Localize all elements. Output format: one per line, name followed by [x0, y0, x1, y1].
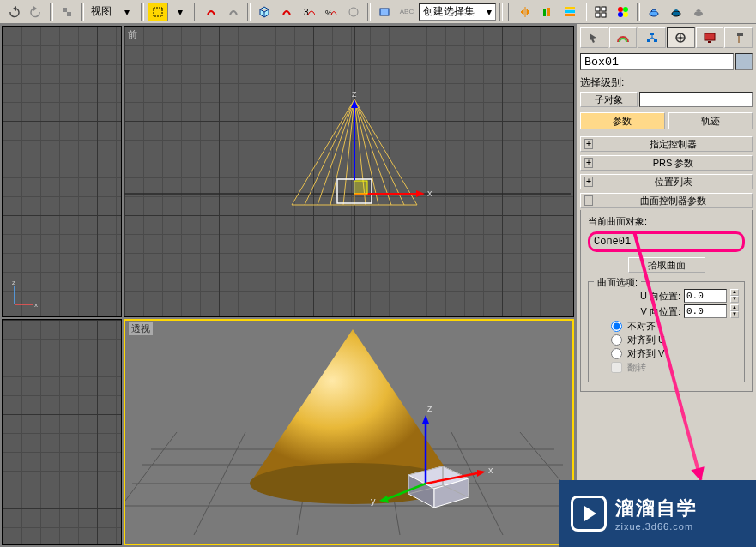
spinner-snap-button[interactable]: [343, 3, 364, 21]
watermark: 溜溜自学 zixue.3d66.com: [559, 480, 756, 547]
svg-rect-12: [596, 7, 600, 11]
rollout-surface-controller[interactable]: - 曲面控制器参数: [580, 193, 753, 208]
angle-snap-button[interactable]: 3: [299, 3, 319, 21]
svg-rect-10: [565, 10, 575, 13]
flip-label: 翻转: [627, 361, 646, 374]
svg-rect-9: [565, 7, 575, 9]
play-icon: [571, 496, 607, 532]
command-panel-tabs: [580, 27, 753, 48]
mirror-button[interactable]: [515, 3, 535, 21]
snap2-button[interactable]: [223, 3, 244, 21]
svg-rect-69: [650, 33, 654, 35]
rollout-assign-controller[interactable]: + 指定控制器: [580, 136, 753, 152]
view-dropdown-button[interactable]: ▾: [117, 3, 137, 21]
svg-point-18: [618, 12, 623, 17]
object-color-swatch[interactable]: [735, 53, 753, 70]
axis-indicator-icon: z x: [9, 280, 39, 310]
svg-text:%: %: [325, 9, 332, 17]
svg-rect-8: [547, 8, 550, 16]
monitor-icon: [704, 32, 716, 44]
selection-level-label: 选择级别:: [580, 75, 753, 90]
svg-rect-71: [654, 39, 657, 42]
material-editor-button[interactable]: [613, 3, 633, 21]
dropdown-arrow[interactable]: ▾: [170, 3, 191, 21]
parameters-mode-button[interactable]: 参数: [580, 112, 665, 129]
sub-object-button[interactable]: 子对象: [580, 92, 638, 107]
viewport-front[interactable]: 前: [124, 26, 574, 317]
tab-motion[interactable]: [667, 27, 695, 48]
svg-text:z: z: [427, 403, 432, 413]
svg-rect-70: [647, 39, 650, 42]
svg-text:x: x: [427, 188, 432, 198]
viewport-top-left[interactable]: z x: [2, 26, 122, 317]
redo-button[interactable]: [26, 3, 46, 21]
watermark-title: 溜溜自学: [615, 496, 698, 521]
teapot-button[interactable]: [688, 3, 709, 21]
percent-snap-button[interactable]: %: [321, 3, 342, 21]
rollout-prs-params[interactable]: + PRS 参数: [580, 155, 753, 171]
selection-set-dropdown[interactable]: 创建选择集▾: [419, 3, 496, 21]
main-toolbar: 视图 ▾ ▾ 3 % ABC 创建选择集▾: [0, 0, 756, 24]
spinner-up-icon[interactable]: ▲: [730, 289, 739, 296]
trajectories-mode-button[interactable]: 轨迹: [668, 112, 753, 129]
tab-create[interactable]: [580, 27, 608, 48]
align-button[interactable]: [537, 3, 558, 21]
undo-button[interactable]: [3, 3, 24, 21]
v-position-input[interactable]: [684, 304, 727, 318]
minus-icon: -: [584, 195, 593, 206]
select-link-button[interactable]: [57, 3, 77, 21]
tab-hierarchy[interactable]: [638, 27, 666, 48]
spinner-down-icon[interactable]: ▼: [730, 311, 739, 318]
align-u-radio[interactable]: [611, 334, 622, 346]
hierarchy-icon: [646, 32, 658, 44]
spinner-up-icon[interactable]: ▲: [730, 304, 739, 311]
svg-point-16: [618, 7, 623, 12]
cone-wireframe-icon: x z: [124, 27, 573, 316]
tab-display[interactable]: [696, 27, 724, 48]
named-sets-button[interactable]: [374, 3, 395, 21]
svg-point-17: [623, 7, 628, 12]
spinner-down-icon[interactable]: ▼: [730, 296, 739, 303]
tab-modify[interactable]: [609, 27, 638, 48]
schematic-button[interactable]: [590, 3, 611, 21]
svg-line-30: [305, 99, 354, 205]
svg-line-74: [652, 38, 656, 39]
perspective-scene-icon: z x y: [125, 321, 572, 544]
svg-line-73: [649, 38, 652, 39]
svg-rect-79: [705, 33, 715, 40]
viewport-perspective[interactable]: 透视: [124, 319, 574, 545]
abc-button[interactable]: ABC: [396, 3, 417, 21]
command-panel: 选择级别: 子对象 参数 轨迹 + 指定控制器 + PRS 参数 + 位置列表 …: [576, 24, 756, 547]
align-none-radio[interactable]: [611, 321, 622, 332]
u-position-input[interactable]: [684, 289, 727, 303]
plus-icon: +: [584, 139, 593, 149]
tab-utilities[interactable]: [724, 27, 753, 48]
svg-marker-43: [416, 190, 425, 197]
snap-button[interactable]: [201, 3, 221, 21]
wheel-icon: [674, 32, 686, 44]
svg-rect-0: [63, 8, 67, 12]
viewport-bottom-left[interactable]: [2, 319, 122, 545]
svg-text:y: y: [371, 496, 376, 506]
current-surface-label: 当前曲面对象:: [588, 215, 745, 228]
svg-line-32: [330, 99, 354, 205]
svg-rect-11: [565, 14, 575, 16]
svg-marker-61: [422, 415, 429, 424]
select-object-button[interactable]: [148, 3, 168, 21]
rollout-position-list[interactable]: + 位置列表: [580, 174, 753, 189]
snap-toggle-button[interactable]: [276, 3, 297, 21]
curve-editor-button[interactable]: [644, 3, 664, 21]
render-button[interactable]: [666, 3, 686, 21]
cube-button[interactable]: [254, 3, 275, 21]
object-name-input[interactable]: [580, 53, 734, 70]
svg-point-5: [349, 8, 358, 16]
svg-rect-46: [354, 181, 367, 194]
align-v-radio[interactable]: [611, 348, 622, 359]
svg-rect-14: [596, 13, 600, 17]
flip-checkbox[interactable]: [611, 362, 622, 373]
layers-button[interactable]: [559, 3, 580, 21]
sub-object-dropdown[interactable]: [639, 92, 753, 107]
svg-rect-7: [543, 9, 546, 16]
pick-surface-button[interactable]: 拾取曲面: [628, 257, 705, 273]
u-position-label: U 向位置:: [594, 290, 680, 303]
